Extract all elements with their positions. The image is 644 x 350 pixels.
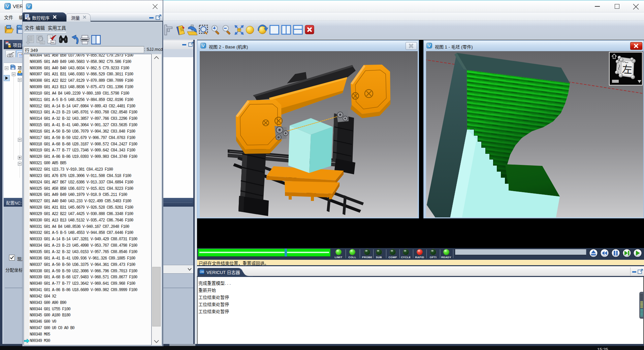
svg-text:NC: NC	[51, 41, 55, 44]
svg-text:VC: VC	[7, 26, 10, 29]
svg-text:VC: VC	[11, 65, 13, 67]
svg-text:NC: NC	[41, 42, 44, 44]
svg-text:左: 左	[622, 61, 633, 76]
svg-text:VC: VC	[18, 25, 21, 28]
svg-text:NC: NC	[27, 18, 30, 20]
